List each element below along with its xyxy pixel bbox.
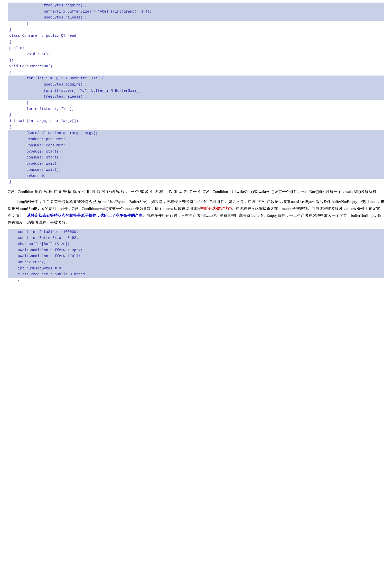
code-line: fprintf(stderr, "\n");	[8, 106, 384, 112]
code-line: QMutex mutex;	[8, 259, 384, 266]
red-highlight-text: 初始化为锁定状态	[201, 207, 232, 211]
code-line: producer.wait();	[8, 161, 384, 167]
code-line: fprintf(stderr, "%c", buffer[i % BufferS…	[8, 88, 384, 94]
code-line: {	[8, 278, 384, 284]
prose-section-2: 下面的例子中，生产者首先必须检查缓冲是否已满(numUsedBytes==Buf…	[8, 198, 384, 226]
code-line: QCoreApplication app(argc, argv);	[8, 130, 384, 136]
code-line: }	[8, 21, 384, 27]
code-line: return 0;	[8, 173, 384, 179]
code-line: }	[8, 27, 384, 33]
code-line: freeBytes.release();	[8, 94, 384, 100]
code-block-bottom: const int DataSize = 100000; const int B…	[8, 229, 384, 284]
code-line: char buffer[BufferSize];	[8, 241, 384, 247]
code-line: consumer.start();	[8, 155, 384, 161]
code-line: Producer producer;	[8, 136, 384, 143]
code-line: {	[8, 39, 384, 45]
code-line: {	[8, 70, 384, 76]
code-line: QWaitCondition bufferNotFull;	[8, 253, 384, 259]
code-line: int main(int argc, char *argv[])	[8, 118, 384, 124]
code-line: public:	[8, 45, 384, 51]
code-line: void Consumer::run()	[8, 63, 384, 70]
code-line: const int DataSize = 100000;	[8, 229, 384, 235]
prose-section-1: QWaitCondition 允 许 线 程 在 某 些 情 况 发 生 时 唤…	[8, 188, 384, 195]
code-line: buffer[i % BufferSize] = "ACGT"[(int)qra…	[8, 9, 384, 15]
code-line: QWaitCondition bufferNotEmpty;	[8, 247, 384, 254]
code-line: consumer.wait();	[8, 167, 384, 173]
code-block-top: freeBytes.acquire(); buffer[i % BufferSi…	[8, 3, 384, 185]
code-line: producer.start();	[8, 149, 384, 155]
code-line: usedBytes.release();	[8, 15, 384, 21]
code-line: const int BufferSize = 8192;	[8, 235, 384, 241]
code-line: {	[8, 124, 384, 130]
code-line: freeBytes.acquire();	[8, 3, 384, 9]
code-line: for (int i = 0; i < DataSize; ++i) {	[8, 76, 384, 82]
code-line: class Consumer : public QThread	[8, 33, 384, 39]
code-line: };	[8, 57, 384, 63]
code-line: class Producer : public QThread	[8, 272, 384, 278]
code-line: }	[8, 179, 384, 185]
code-line: int numUsedBytes = 0;	[8, 266, 384, 272]
code-line: void run();	[8, 51, 384, 58]
code-line: }	[8, 112, 384, 118]
code-line: }	[8, 100, 384, 106]
code-line: Consumer consumer;	[8, 143, 384, 149]
code-line: usedBytes.acquire();	[8, 82, 384, 88]
blue-highlight-text: 从锁定状态到等待状态的转换是原子操作，这阻止了竞争条件的产生	[27, 213, 143, 218]
